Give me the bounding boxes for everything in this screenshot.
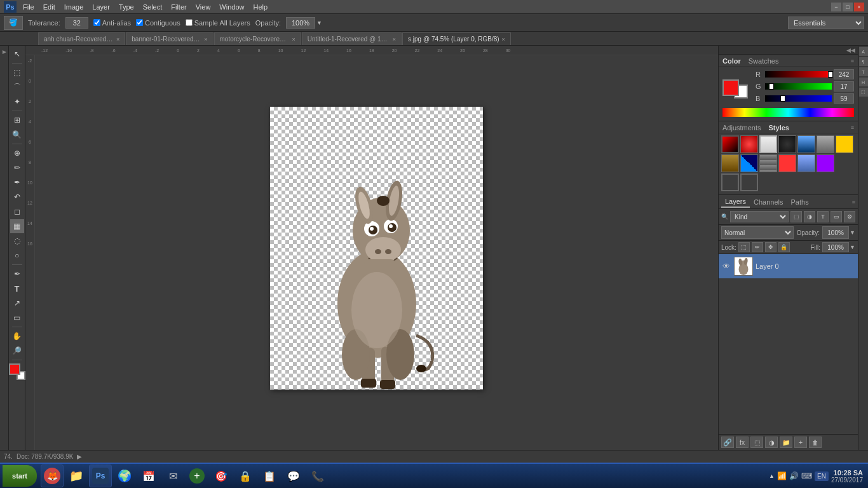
minimize-button[interactable]: −	[831, 3, 841, 11]
taskbar-up-arrow[interactable]: ▲	[769, 473, 775, 479]
lock-move-btn[interactable]: ✥	[765, 242, 776, 252]
style-red[interactable]	[740, 135, 758, 153]
channels-tab[interactable]: Channels	[750, 197, 787, 207]
adjustments-tab[interactable]: Adjustments	[722, 124, 761, 132]
opacity-value-input[interactable]	[822, 226, 849, 239]
new-adjustment-btn[interactable]: ◑	[765, 437, 778, 448]
menu-layer[interactable]: Layer	[88, 2, 114, 12]
style-bright-red[interactable]	[778, 154, 796, 172]
start-button[interactable]: start	[3, 465, 37, 487]
taskbar-icon-browser[interactable]: 🦊	[41, 464, 64, 487]
fill-control[interactable]: ▼	[822, 242, 855, 252]
tab-close-2[interactable]: ×	[292, 36, 295, 43]
fill-arrow[interactable]: ▼	[850, 244, 855, 250]
taskbar-icon-chrome[interactable]: 🌍	[113, 464, 136, 487]
style-yellow[interactable]	[836, 135, 853, 153]
style-blue[interactable]	[797, 135, 815, 153]
opacity-control[interactable]: ▼	[822, 226, 855, 239]
collapse-left[interactable]: ◀	[1, 50, 7, 55]
fg-color-swatch[interactable]	[722, 79, 739, 96]
taskbar-icon-lock[interactable]: 🔒	[234, 464, 257, 487]
fill-value-input[interactable]	[822, 242, 849, 252]
taskbar-icon-calendar[interactable]: 📅	[137, 464, 160, 487]
quick-selection-tool[interactable]: ✦	[10, 95, 24, 109]
r-slider-track[interactable]	[765, 71, 832, 78]
menu-select[interactable]: Select	[139, 2, 166, 12]
b-slider-thumb[interactable]	[780, 95, 785, 102]
contiguous-checkbox[interactable]: Contiguous	[136, 19, 180, 27]
right-btn-4[interactable]: H	[859, 78, 868, 86]
tab-2[interactable]: motorcycle-Recovered.png @ 100... ×	[214, 32, 301, 45]
paths-tab[interactable]: Paths	[787, 197, 813, 207]
g-value-input[interactable]	[834, 81, 854, 92]
canvas-container[interactable]	[35, 55, 718, 440]
eyedropper-tool[interactable]: 🔍	[10, 128, 24, 142]
tab-4[interactable]: s.jpg @ 74.5% (Layer 0, RGB/8) ×	[402, 32, 511, 45]
swatches-tab[interactable]: Swatches	[749, 57, 779, 65]
tab-1[interactable]: banner-01-Recovered.png @ 66.7... ×	[126, 32, 213, 45]
g-slider-track[interactable]	[765, 83, 832, 90]
tab-close-4[interactable]: ×	[502, 36, 505, 43]
filter-pixel-btn[interactable]: ⬚	[790, 211, 802, 222]
menu-help[interactable]: Help	[249, 2, 271, 12]
style-gray[interactable]	[817, 135, 834, 153]
color-tab[interactable]: Color	[722, 57, 741, 65]
tool-preset[interactable]: 🪣	[4, 16, 23, 30]
layer-fx-btn[interactable]: fx	[736, 437, 749, 448]
style-purple[interactable]	[817, 154, 834, 172]
right-btn-1[interactable]: A	[859, 47, 868, 56]
zoom-tool[interactable]: 🔎	[10, 344, 24, 358]
tab-close-1[interactable]: ×	[204, 36, 207, 43]
style-none[interactable]	[721, 135, 739, 153]
g-slider-thumb[interactable]	[769, 83, 774, 90]
taskbar-icon-add[interactable]: +	[186, 464, 208, 487]
taskbar-icon-photoshop[interactable]: Ps	[89, 464, 112, 487]
blend-mode-select[interactable]: Normal	[721, 226, 794, 239]
gradient-tool[interactable]: ▦	[10, 219, 24, 233]
style-textured[interactable]	[759, 154, 777, 172]
eraser-tool[interactable]: ◻	[10, 205, 24, 219]
lock-pixel-btn[interactable]: ⬚	[738, 242, 750, 252]
filter-type-btn[interactable]: T	[817, 211, 829, 222]
b-slider-track[interactable]	[765, 95, 832, 102]
tolerance-input[interactable]	[65, 17, 88, 29]
taskbar-icon-green[interactable]: 🎯	[210, 464, 233, 487]
lasso-tool[interactable]: ⌒	[10, 80, 24, 94]
right-btn-5[interactable]: ⬚	[859, 88, 868, 97]
essentials-dropdown[interactable]: Essentials	[788, 17, 864, 29]
style-dark[interactable]	[778, 135, 796, 153]
path-tool[interactable]: ↗	[10, 296, 24, 310]
taskbar-icon-chat[interactable]: 💬	[282, 464, 305, 487]
r-value-input[interactable]	[834, 69, 854, 79]
opacity-dropdown-arrow[interactable]: ▼	[316, 20, 322, 26]
panel-collapse-btn[interactable]: ◀◀	[846, 47, 855, 53]
status-arrow[interactable]: ▶	[77, 453, 82, 460]
spectrum-bar[interactable]	[722, 108, 854, 117]
brush-tool[interactable]: ✏	[10, 161, 24, 175]
blur-tool[interactable]: ◌	[10, 234, 24, 248]
language-indicator[interactable]: EN	[815, 471, 829, 481]
history-brush-tool[interactable]: ↶	[10, 190, 24, 204]
tab-close-0[interactable]: ×	[116, 36, 119, 43]
link-layers-btn[interactable]: 🔗	[721, 437, 734, 448]
menu-type[interactable]: Type	[115, 2, 138, 12]
selection-tool[interactable]: ⬚	[10, 65, 24, 79]
healing-tool[interactable]: ⊕	[10, 146, 24, 160]
tab-0[interactable]: anh chuan-Recovered.jpg @ 100... ×	[38, 32, 125, 45]
filter-adjust-btn[interactable]: ◑	[804, 211, 815, 222]
styles-tab[interactable]: Styles	[769, 124, 789, 132]
style-empty-1[interactable]	[721, 173, 739, 191]
clone-tool[interactable]: ✒	[10, 175, 24, 189]
filter-smart-btn[interactable]: ⚙	[844, 211, 855, 222]
color-panel-menu[interactable]: ≡	[851, 58, 854, 64]
tab-close-3[interactable]: ×	[393, 36, 396, 43]
antialias-checkbox[interactable]: Anti-alias	[93, 19, 131, 27]
lock-position-btn[interactable]: ✏	[752, 242, 763, 252]
menu-view[interactable]: View	[192, 2, 215, 12]
new-group-btn[interactable]: 📁	[780, 437, 792, 448]
layer-visibility-0[interactable]: 👁	[721, 261, 731, 271]
right-btn-2[interactable]: ¶	[859, 57, 868, 66]
taskbar-icon-note[interactable]: 📋	[258, 464, 281, 487]
hand-tool[interactable]: ✋	[10, 329, 24, 343]
menu-window[interactable]: Window	[215, 2, 248, 12]
